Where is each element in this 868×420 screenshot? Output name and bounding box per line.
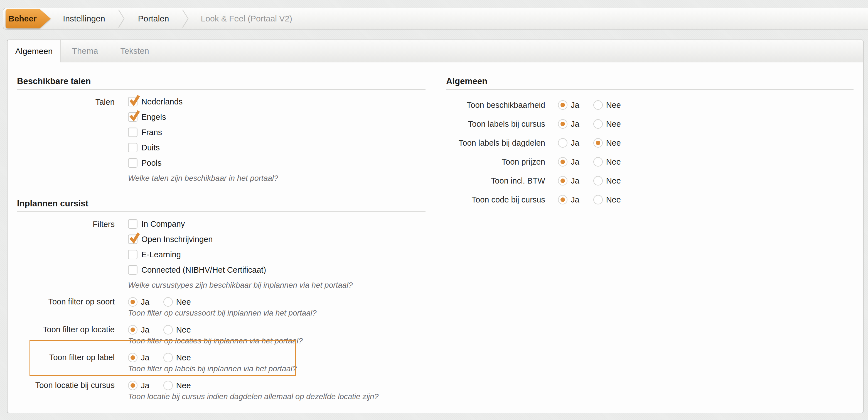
field-label: Toon prijzen: [446, 157, 545, 167]
checkbox-label[interactable]: Engels: [142, 112, 166, 122]
radio-ja-label[interactable]: Ja: [141, 381, 150, 390]
radio-nee-label[interactable]: Nee: [606, 176, 621, 186]
breadcrumb-root-button[interactable]: Beheer: [6, 9, 51, 28]
checkbox-e-learning[interactable]: E-Learning: [128, 250, 426, 259]
checkbox-engels[interactable]: Engels: [128, 112, 426, 122]
radio-nee-label[interactable]: Nee: [606, 138, 621, 148]
breadcrumb: Beheer Instellingen Portalen Look & Feel…: [3, 8, 868, 30]
form-row-filters: Filters In Company Open Inschrijvingen E…: [17, 219, 426, 290]
checkbox-label[interactable]: Pools: [142, 158, 162, 168]
checkbox-box[interactable]: [128, 234, 137, 244]
radio-ja-label[interactable]: Ja: [571, 176, 580, 186]
checkbox-label[interactable]: Open Inschrijvingen: [142, 234, 213, 244]
checkbox-label[interactable]: Nederlands: [142, 97, 183, 106]
checkbox-box[interactable]: [128, 128, 137, 137]
help-text: Toon locatie bij cursus indien dagdelen …: [128, 392, 426, 401]
radio-nee-label[interactable]: Nee: [176, 381, 191, 390]
check-icon: [128, 94, 140, 106]
breadcrumb-arrow-tip: [39, 9, 51, 28]
radio-ja[interactable]: [558, 195, 567, 204]
checkbox-box[interactable]: [128, 250, 137, 259]
radio-ja-label[interactable]: Ja: [141, 325, 150, 335]
form-row-toon-prijzen: Toon prijzen Ja Nee: [446, 157, 854, 167]
radio-nee-label[interactable]: Nee: [176, 353, 191, 362]
checkbox-open-inschrijvingen[interactable]: Open Inschrijvingen: [128, 234, 426, 244]
column-gap: [426, 76, 446, 401]
checkbox-pools[interactable]: Pools: [128, 158, 426, 168]
form-row-toon-labels-bij-dagdelen: Toon labels bij dagdelen Ja Nee: [446, 138, 854, 148]
form-row-toon-incl-btw: Toon incl. BTW Ja Nee: [446, 176, 854, 186]
checkbox-label[interactable]: Duits: [142, 143, 160, 152]
checkbox-box[interactable]: [128, 112, 137, 122]
radio-ja-label[interactable]: Ja: [141, 298, 150, 307]
breadcrumb-item-portalen[interactable]: Portalen: [126, 14, 181, 23]
field-label: Toon labels bij dagdelen: [446, 138, 545, 148]
radio-nee-label[interactable]: Nee: [606, 101, 621, 110]
radio-nee[interactable]: [593, 176, 603, 186]
radio-ja[interactable]: [558, 176, 567, 186]
field-label: Toon labels bij cursus: [446, 119, 545, 129]
radio-ja[interactable]: [128, 353, 137, 362]
tab-thema[interactable]: Thema: [61, 46, 109, 56]
radio-ja[interactable]: [558, 100, 567, 110]
checkbox-box[interactable]: [128, 158, 137, 168]
checkbox-box[interactable]: [128, 219, 137, 229]
radio-ja[interactable]: [558, 157, 567, 167]
checkbox-duits[interactable]: Duits: [128, 143, 426, 152]
field-label-filters: Filters: [17, 219, 115, 290]
radio-nee[interactable]: [163, 325, 173, 335]
radio-ja[interactable]: [558, 138, 567, 148]
radio-nee-label[interactable]: Nee: [606, 195, 621, 204]
checkbox-frans[interactable]: Frans: [128, 128, 426, 137]
checkbox-connected[interactable]: Connected (NIBHV/Het Certificaat): [128, 265, 426, 275]
field-label-talen: Talen: [17, 97, 115, 183]
radio-nee-label[interactable]: Nee: [606, 119, 621, 129]
tab-bar: Algemeen Thema Teksten: [7, 40, 863, 62]
radio-nee-label[interactable]: Nee: [606, 157, 621, 167]
chevron-right-icon: [181, 8, 190, 29]
radio-ja-label[interactable]: Ja: [571, 195, 580, 204]
radio-ja[interactable]: [128, 381, 137, 390]
radio-ja-label[interactable]: Ja: [571, 101, 580, 110]
radio-ja[interactable]: [128, 297, 137, 307]
tab-algemeen[interactable]: Algemeen: [7, 40, 61, 62]
breadcrumb-root-label[interactable]: Beheer: [6, 9, 39, 28]
help-text-filters: Welke cursustypes zijn beschikbaar bij i…: [128, 280, 426, 290]
radio-nee[interactable]: [593, 119, 603, 129]
radio-ja[interactable]: [128, 325, 137, 335]
radio-nee[interactable]: [593, 195, 603, 204]
checkbox-nederlands[interactable]: Nederlands: [128, 97, 426, 106]
radio-nee[interactable]: [163, 353, 173, 362]
radio-nee[interactable]: [593, 138, 603, 148]
radio-nee-label[interactable]: Nee: [176, 325, 191, 335]
checkbox-box[interactable]: [128, 97, 137, 106]
tab-bar-rest: Thema Teksten: [61, 40, 863, 62]
radio-nee[interactable]: [593, 100, 603, 110]
help-text: Toon filter op labels bij inplannen via …: [128, 364, 426, 373]
radio-ja-label[interactable]: Ja: [141, 353, 150, 362]
checkbox-box[interactable]: [128, 143, 137, 152]
radio-nee[interactable]: [593, 157, 603, 167]
tab-teksten[interactable]: Teksten: [109, 46, 160, 56]
form-row-toon-labels-bij-cursus: Toon labels bij cursus Ja Nee: [446, 119, 854, 129]
help-text-talen: Welke talen zijn beschikbaar in het port…: [128, 173, 426, 183]
checkbox-label[interactable]: In Company: [142, 219, 185, 229]
checkbox-box[interactable]: [128, 265, 137, 275]
radio-ja-label[interactable]: Ja: [571, 119, 580, 129]
checkbox-in-company[interactable]: In Company: [128, 219, 426, 229]
settings-panel: Algemeen Thema Teksten Beschikbare talen…: [7, 39, 864, 413]
field-label: Toon incl. BTW: [446, 176, 545, 186]
radio-nee-label[interactable]: Nee: [176, 298, 191, 307]
checkbox-label[interactable]: E-Learning: [142, 250, 181, 259]
radio-ja-label[interactable]: Ja: [571, 138, 580, 148]
checkbox-label[interactable]: Frans: [142, 128, 162, 137]
form-row-toon-filter-op-locatie: Toon filter op locatie Ja Nee Toon filte…: [17, 325, 426, 346]
breadcrumb-item-instellingen[interactable]: Instellingen: [51, 14, 118, 23]
radio-ja[interactable]: [558, 119, 567, 129]
checkbox-label[interactable]: Connected (NIBHV/Het Certificaat): [142, 265, 266, 275]
radio-ja-label[interactable]: Ja: [571, 157, 580, 167]
radio-nee[interactable]: [163, 381, 173, 390]
radio-nee[interactable]: [163, 297, 173, 307]
breadcrumb-current-page: Look & Feel (Portaal V2): [190, 14, 293, 23]
form-row-talen: Talen Nederlands Engels Frans: [17, 97, 426, 183]
